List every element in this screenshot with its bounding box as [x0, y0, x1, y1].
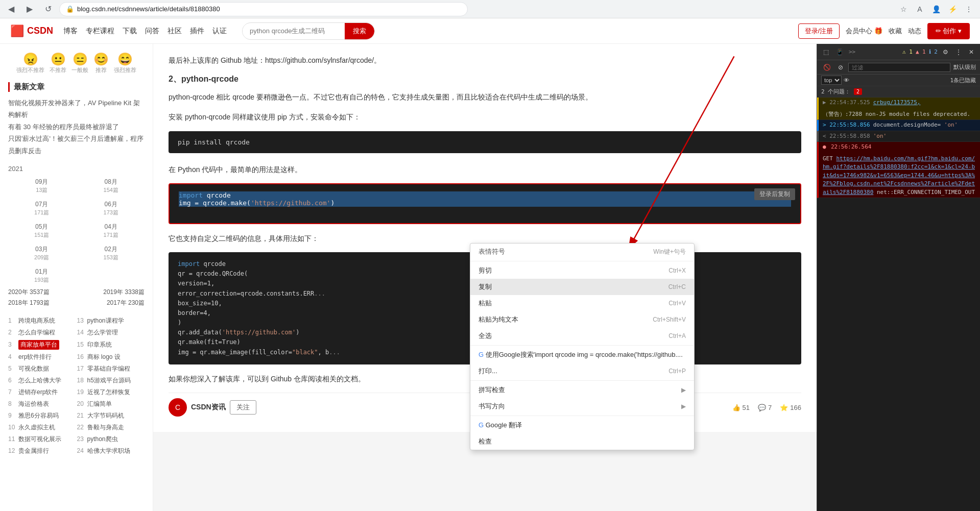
nav-course[interactable]: 专栏课程 — [86, 27, 114, 36]
month-05[interactable]: 05月151篇 — [8, 221, 76, 241]
month-04[interactable]: 04月171篇 — [78, 221, 145, 241]
context-menu-emoji[interactable]: 表情符号 Win键+句号 — [470, 244, 694, 260]
context-menu-google-search[interactable]: G 使用Google搜索'import qrcode img = qrcode.… — [470, 347, 694, 363]
year-2017-label[interactable]: 2017年 230篇 — [107, 299, 145, 307]
copy-button[interactable]: 登录后复制 — [754, 188, 795, 200]
reload-button[interactable]: ↺ — [41, 2, 55, 16]
hot-tag-1[interactable]: 1跨境电商系统 — [8, 315, 76, 326]
great-emoji: 😄 — [114, 52, 136, 66]
hot-tag-21[interactable]: 21大字节码码机 — [77, 410, 145, 421]
context-menu-paste[interactable]: 粘贴 Ctrl+V — [470, 295, 694, 311]
hot-tag-20[interactable]: 20汇编简单 — [77, 399, 145, 409]
hot-tag-4[interactable]: 4erp软件排行 — [8, 352, 76, 362]
back-button[interactable]: ◀ — [4, 2, 18, 16]
menu-button[interactable]: ⋮ — [962, 2, 976, 16]
login-button[interactable]: 登录/注册 — [798, 23, 840, 39]
log-text-4: GET https://hm.baidu.com/hm.gif?hm.baidu… — [823, 155, 976, 197]
forward-button[interactable]: ▶ — [22, 2, 37, 16]
devtools-default-level[interactable]: 默认级别 — [953, 63, 976, 71]
translate-button[interactable]: A — [913, 2, 927, 16]
code-block-1[interactable]: 登录后复制 import qrcode img = qrcode.make('h… — [169, 183, 801, 224]
collect-button[interactable]: 收藏 — [889, 27, 902, 36]
context-menu-select-all[interactable]: 全选 Ctrl+A — [470, 328, 694, 344]
hot-tag-9[interactable]: 9雅思6分容易吗 — [8, 410, 76, 421]
hot-tag-22[interactable]: 22鲁毅与身高走 — [77, 422, 145, 433]
csdn-logo[interactable]: 🟥 CSDN — [10, 25, 53, 38]
hot-tag-8[interactable]: 8海运价格表 — [8, 399, 76, 409]
devtools-mobile-btn[interactable]: 📱 — [834, 47, 846, 57]
devtools-settings-btn[interactable]: ⚙ — [941, 47, 950, 57]
hot-tag-16[interactable]: 16商标 logo 设 — [77, 352, 145, 362]
reaction-great[interactable]: 😄 强烈推荐 — [114, 52, 136, 74]
month-07[interactable]: 07月171篇 — [8, 198, 76, 218]
devtools-context: top 👁 — [821, 76, 849, 85]
context-menu-writing-dir[interactable]: 书写方向 ▶ — [470, 398, 694, 415]
year-2020-label[interactable]: 2020年 3537篇 — [8, 288, 50, 297]
article-link-0[interactable]: 智能化视频开发神器来了，AV Pipeline Kit 架构解析 — [8, 97, 145, 121]
month-03[interactable]: 03月209篇 — [8, 243, 76, 263]
month-02[interactable]: 02月153篇 — [78, 243, 145, 263]
context-menu-cut[interactable]: 剪切 Ctrl+X — [470, 262, 694, 279]
month-08[interactable]: 08月154篇 — [78, 176, 145, 196]
context-menu-translate[interactable]: G Google 翻译 — [470, 417, 694, 433]
context-menu-inspect[interactable]: 检查 — [470, 433, 694, 450]
hot-tag-11[interactable]: 11数据可视化展示 — [8, 434, 76, 445]
devtools-clear-btn[interactable]: 🚫 — [821, 63, 833, 72]
nav-cert[interactable]: 认证 — [212, 27, 227, 36]
hot-tag-13[interactable]: 13python课程学 — [77, 315, 145, 326]
log-source-1[interactable]: crbug/1173575, — [873, 99, 921, 107]
hot-tag-14[interactable]: 14怎么学管理 — [77, 327, 145, 338]
nav-blog[interactable]: 博客 — [63, 27, 78, 36]
hot-tag-24[interactable]: 24哈佛大学求职场 — [77, 446, 145, 456]
devtools-filter-btn[interactable]: ⊘ — [836, 63, 845, 72]
hot-tag-2[interactable]: 2怎么自学编程 — [8, 327, 76, 338]
hot-tag-12[interactable]: 12贵金属排行 — [8, 446, 76, 456]
reaction-angry[interactable]: 😠 强烈不推荐 — [16, 52, 44, 74]
nav-items: 博客 专栏课程 下载 问答 社区 插件 认证 — [63, 27, 227, 36]
extensions-button[interactable]: ⚡ — [945, 2, 960, 16]
reaction-good[interactable]: 😊 推荐 — [93, 52, 109, 74]
hot-tag-7[interactable]: 7进销存erp软件 — [8, 387, 76, 398]
article-link-1[interactable]: 有着 30 年经验的程序员最终被辞退了 — [8, 121, 145, 133]
nav-qa[interactable]: 问答 — [145, 27, 159, 36]
context-menu-paste-plain[interactable]: 粘贴为纯文本 Ctrl+Shift+V — [470, 311, 694, 328]
year-2019-label[interactable]: 2019年 3338篇 — [103, 288, 145, 297]
reaction-meh[interactable]: 😑 一般般 — [71, 52, 88, 74]
dynamic-button[interactable]: 动态 — [908, 27, 921, 36]
devtools-more-btn[interactable]: ⋮ — [953, 47, 964, 57]
month-01[interactable]: 01月193篇 — [8, 265, 76, 286]
nav-download[interactable]: 下载 — [123, 27, 137, 36]
hot-tag-6[interactable]: 6怎么上哈佛大学 — [8, 375, 76, 386]
nav-plugin[interactable]: 插件 — [190, 27, 204, 36]
search-button[interactable]: 搜索 — [345, 23, 374, 39]
month-06[interactable]: 06月173篇 — [78, 198, 145, 218]
follow-button[interactable]: 关注 — [230, 400, 256, 415]
hot-tag-10[interactable]: 10永久虚拟主机 — [8, 422, 76, 433]
create-button[interactable]: ✏ 创作 ▾ — [927, 23, 970, 39]
hot-tag-19[interactable]: 19近视了怎样恢复 — [77, 387, 145, 398]
profile-button[interactable]: 👤 — [929, 2, 943, 16]
devtools-filter-input[interactable] — [848, 63, 950, 72]
reaction-neutral[interactable]: 😐 不推荐 — [50, 52, 66, 74]
context-menu-print[interactable]: 打印... Ctrl+P — [470, 363, 694, 379]
year-2018-label[interactable]: 2018年 1793篇 — [8, 299, 50, 307]
context-menu-spellcheck[interactable]: 拼写检查 ▶ — [470, 382, 694, 398]
article-link-2[interactable]: 只因'薪水过高'！被欠薪三个月后遭解雇，程序员删库反击 — [8, 133, 145, 157]
hot-tag-3[interactable]: 3商家放单平台 — [8, 339, 76, 351]
hot-tag-5[interactable]: 5可视化数据 — [8, 363, 76, 374]
hot-tag-17[interactable]: 17零基础自学编程 — [77, 363, 145, 374]
devtools-inspect-btn[interactable]: ⬚ — [821, 47, 831, 57]
context-select[interactable]: top — [821, 76, 842, 85]
hot-tag-15[interactable]: 15印章系统 — [77, 339, 145, 351]
member-button[interactable]: 会员中心 🎁 — [846, 27, 882, 36]
devtools-close-btn[interactable]: ✕ — [967, 47, 976, 57]
hot-tag-23[interactable]: 23python爬虫 — [77, 434, 145, 445]
month-09[interactable]: 09月13篇 — [8, 176, 76, 196]
code-line-1: import qrcode — [179, 191, 791, 199]
address-bar[interactable]: 🔒 blog.csdn.net/csdnnews/article/details… — [59, 2, 468, 16]
search-input[interactable] — [243, 24, 345, 38]
nav-community[interactable]: 社区 — [168, 27, 182, 36]
bookmark-button[interactable]: ☆ — [896, 2, 911, 16]
context-menu-copy[interactable]: 复制 Ctrl+C — [470, 279, 694, 295]
hot-tag-18[interactable]: 18h5游戏平台源码 — [77, 375, 145, 386]
